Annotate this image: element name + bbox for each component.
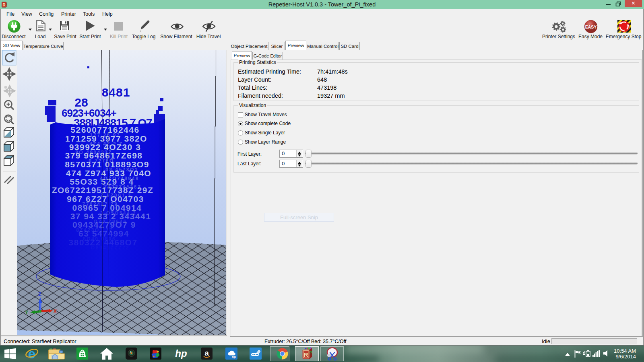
svg-text:hp: hp bbox=[232, 355, 236, 359]
svg-text:Y: Y bbox=[25, 310, 28, 315]
svg-text:O8941ZZZ22: O8941ZZZ22 bbox=[91, 245, 130, 251]
svg-text:hp: hp bbox=[175, 348, 187, 359]
svg-text:8481: 8481 bbox=[102, 86, 130, 99]
svg-text:R: R bbox=[304, 351, 308, 358]
svg-text:X: X bbox=[54, 309, 57, 314]
svg-text:P: P bbox=[310, 351, 312, 355]
svg-text:Z: Z bbox=[38, 291, 41, 297]
svg-text:a: a bbox=[204, 349, 209, 357]
svg-text:EASY: EASY bbox=[585, 25, 597, 29]
